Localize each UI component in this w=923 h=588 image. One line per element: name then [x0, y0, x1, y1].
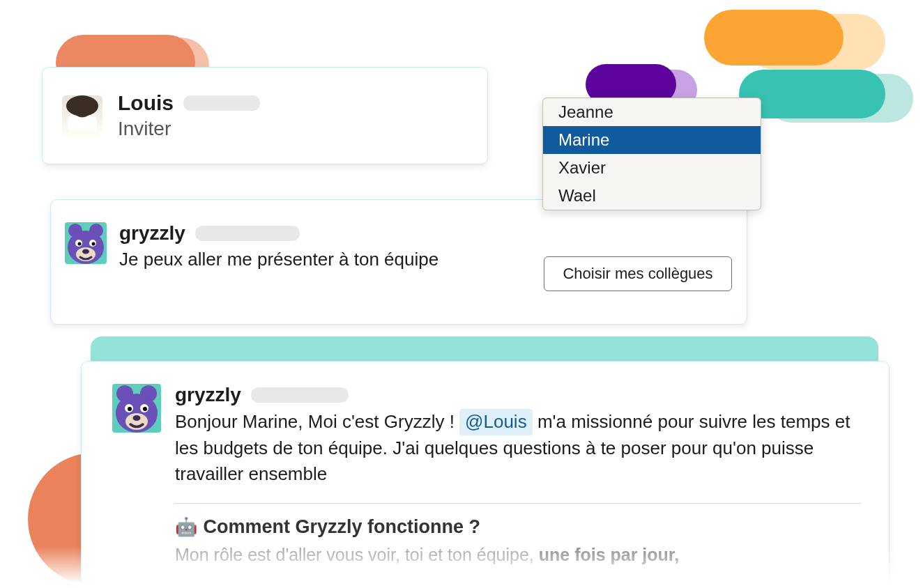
bot-avatar-icon: [112, 384, 161, 433]
bot-message-text: Je peux aller me présenter à ton équipe: [119, 247, 438, 272]
placeholder-chip: [195, 226, 300, 241]
user-mention[interactable]: @Louis: [459, 409, 533, 435]
colleague-option[interactable]: Marine: [543, 126, 761, 154]
bot-onboarding-text: Bonjour Marine, Moi c'est Gryzzly ! @Lou…: [175, 409, 861, 488]
colleague-option[interactable]: Xavier: [543, 154, 761, 182]
user-name: Louis: [118, 91, 174, 115]
user-invite-card: Louis Inviter: [42, 67, 488, 164]
desc-text: Mon rôle est d'aller vous voir, toi et t…: [175, 545, 539, 564]
svg-point-5: [78, 242, 82, 246]
bot-onboarding-card: gryzzly Bonjour Marine, Moi c'est Gryzzl…: [81, 361, 890, 584]
placeholder-chip: [251, 387, 349, 403]
svg-point-17: [133, 415, 141, 421]
placeholder-chip: [183, 95, 260, 111]
bot-name: gryzzly: [119, 222, 185, 245]
how-title-text: Comment Gryzzly fonctionne ?: [203, 516, 480, 537]
robot-icon: 🤖: [175, 516, 197, 537]
colleague-option[interactable]: Jeanne: [543, 98, 761, 126]
user-avatar: [62, 95, 102, 136]
bot-avatar-icon: [65, 222, 107, 264]
intro-text: Bonjour Marine, Moi c'est Gryzzly !: [175, 411, 459, 432]
svg-point-6: [92, 242, 96, 246]
how-it-works-heading: 🤖 Comment Gryzzly fonctionne ?: [175, 516, 861, 538]
svg-point-15: [143, 407, 147, 411]
how-description: Mon rôle est d'aller vous voir, toi et t…: [175, 545, 861, 565]
colleague-dropdown[interactable]: JeanneMarineXavierWael: [542, 98, 761, 210]
separator: [175, 503, 861, 504]
svg-point-8: [82, 249, 89, 254]
decor-pill: [704, 10, 844, 65]
desc-strong: une fois par jour,: [539, 545, 679, 564]
user-subtext: Inviter: [118, 118, 260, 140]
choose-colleagues-button[interactable]: Choisir mes collègues: [544, 256, 732, 291]
colleague-option[interactable]: Wael: [543, 182, 761, 210]
bot-name: gryzzly: [175, 384, 241, 406]
svg-point-14: [128, 407, 132, 411]
